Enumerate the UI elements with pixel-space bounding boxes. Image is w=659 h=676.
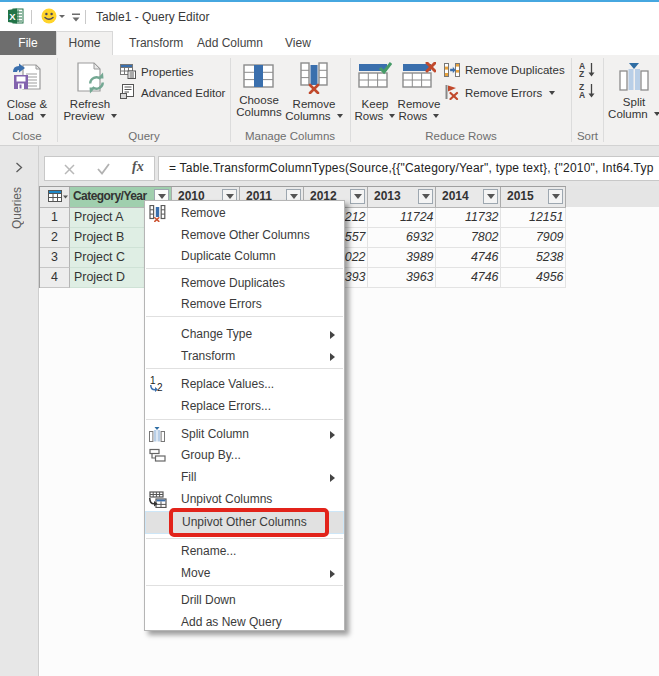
svg-text:X: X [9, 11, 16, 22]
svg-text:1: 1 [150, 376, 156, 386]
svg-text:A: A [579, 90, 585, 98]
svg-text:2: 2 [157, 382, 163, 393]
svg-text:Z: Z [579, 69, 584, 77]
